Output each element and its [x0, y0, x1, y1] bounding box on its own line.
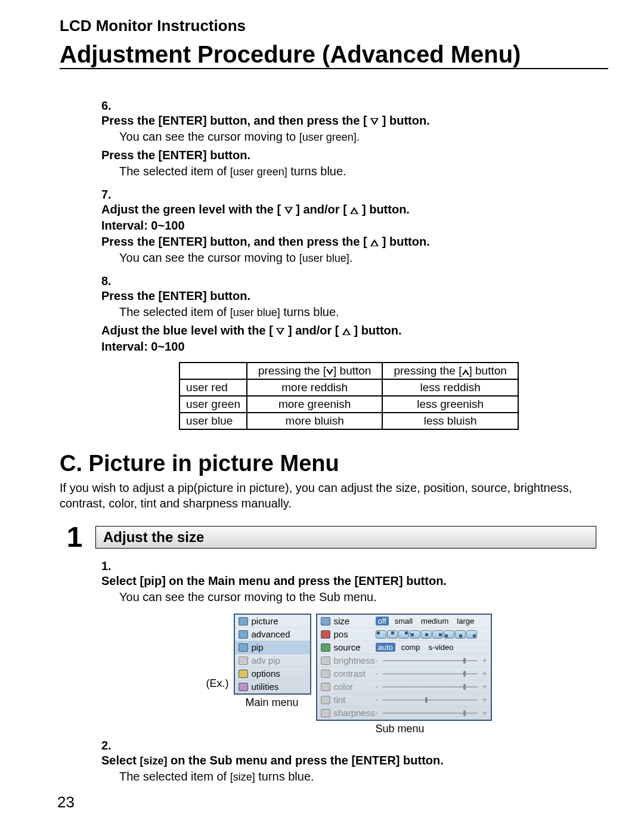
up-triangle-icon: [350, 207, 358, 214]
up-triangle-icon: [462, 369, 469, 375]
text: Select: [101, 754, 140, 767]
text: ] button: [333, 364, 371, 377]
big-number: 1: [60, 521, 89, 553]
pos-box-icon: [398, 630, 409, 639]
menu-label: color: [334, 682, 372, 692]
text: ] button.: [382, 114, 430, 127]
menu-label: advanced: [252, 629, 290, 639]
tint-icon: [321, 696, 330, 704]
section-c-desc: If you wish to adjust a pip(picture in p…: [60, 480, 596, 511]
text: Press the [ENTER] button, and then press…: [101, 235, 367, 248]
picture-icon: [239, 617, 248, 625]
slider: [383, 660, 478, 661]
menu-label: utilities: [252, 682, 279, 692]
step-number: 6.: [101, 99, 117, 113]
pos-icon: [321, 630, 330, 639]
cell: more bluish: [247, 413, 382, 429]
text-code: [user green]: [299, 131, 357, 143]
sub-step-2-bold: Select [size] on the Sub menu and press …: [101, 754, 444, 767]
slider: [383, 673, 478, 674]
table-row: user green more greenish less greenish: [179, 396, 518, 413]
opt-svideo: s-video: [426, 643, 456, 652]
text: You can see the cursor moving to: [119, 130, 299, 143]
sub-row-tint: tint -+: [317, 693, 491, 707]
text: pressing the [: [258, 364, 326, 377]
cell: more greenish: [247, 396, 382, 413]
menu-row-pip: pip: [235, 641, 310, 654]
sub-step-2-note: The selected item of [size] turns blue.: [101, 769, 578, 785]
cell: less reddish: [382, 379, 518, 396]
pos-box-icon: [444, 630, 454, 639]
menu-label: source: [334, 642, 372, 652]
contrast-icon: [321, 670, 330, 678]
text: ] button.: [354, 324, 402, 337]
cell: more reddish: [247, 379, 382, 396]
step-6: 6. Press the [ENTER] button, and then pr…: [101, 99, 596, 182]
sub-step-1: 1. Select [pip] on the Main menu and pre…: [101, 559, 596, 608]
text: .: [357, 130, 360, 143]
opt-auto: auto: [376, 643, 395, 652]
opt-large: large: [454, 617, 476, 625]
minus-icon: -: [376, 656, 378, 665]
step-7-line-1: Adjust the green level with the [ ] and/…: [101, 203, 410, 216]
sub-step-2: 2. Select [size] on the Sub menu and pre…: [101, 739, 596, 787]
text: ] button: [469, 364, 507, 377]
cell: user red: [179, 379, 247, 396]
main-menu-caption: Main menu: [234, 695, 299, 709]
text: The selected item of: [119, 770, 230, 783]
down-triangle-icon: [284, 207, 293, 214]
text: ] button.: [362, 203, 410, 216]
text: Adjust the green level with the [: [101, 203, 281, 216]
menu-label: sharpness: [334, 708, 372, 718]
brightness-icon: [321, 657, 330, 665]
sub-row-source: source auto comp s-video: [317, 641, 491, 654]
cell: user green: [179, 396, 247, 413]
down-triangle-icon: [370, 118, 379, 125]
text: You can see the cursor moving to: [119, 251, 299, 264]
slider: [383, 686, 478, 688]
menu-row-utilities: utilities: [235, 680, 310, 693]
slider-knob: [463, 710, 466, 716]
page-title: Adjustment Procedure (Advanced Menu): [60, 41, 608, 69]
position-grid: [376, 630, 477, 639]
step-8-note-1: The selected item of [user blue] turns b…: [101, 304, 578, 320]
text-code: [user blue]: [230, 306, 280, 318]
opt-small: small: [392, 617, 415, 625]
step-8-line-1: Press the [ENTER] button.: [101, 289, 250, 302]
text: turns blue.: [280, 305, 339, 318]
menu-label: tint: [334, 695, 372, 705]
menu-row-advanced: advanced: [235, 628, 310, 641]
opt-comp: comp: [399, 643, 423, 652]
step-7-note-1: You can see the cursor moving to [user b…: [101, 250, 578, 266]
text-code: [size]: [140, 755, 167, 767]
text-code: [user green]: [230, 166, 287, 178]
sharpness-icon: [321, 709, 330, 717]
sub-row-sharpness: sharpness -+: [317, 707, 491, 720]
text: on the Sub menu and press the [ENTER] bu…: [168, 754, 444, 767]
slider-knob: [463, 658, 466, 664]
menu-label: brightness: [334, 655, 372, 665]
text: turns blue.: [255, 770, 314, 783]
source-icon: [321, 643, 330, 652]
pos-box-icon: [466, 630, 477, 639]
step-number: 8.: [101, 274, 117, 288]
cell: less bluish: [382, 413, 518, 429]
minus-icon: -: [376, 695, 378, 704]
menu-label: adv pip: [252, 655, 280, 665]
doc-header: LCD Monitor Instructions: [60, 12, 608, 41]
opt-off: off: [376, 617, 389, 625]
sub-row-contrast: contrast -+: [317, 667, 491, 680]
step-number: 7.: [101, 188, 117, 202]
plus-icon: +: [482, 656, 487, 665]
menu-label: options: [252, 668, 280, 679]
minus-icon: -: [376, 669, 378, 678]
step-number: 1.: [101, 559, 117, 573]
table-header-down: pressing the [] button: [247, 363, 382, 379]
table-header-blank: [179, 363, 247, 379]
step-6-note-1: You can see the cursor moving to [user g…: [101, 129, 578, 145]
menu-example: (Ex.) picture advanced pip adv pip optio…: [101, 614, 596, 735]
table-row: user red more reddish less reddish: [179, 379, 518, 396]
step-8-interval: Interval: 0~100: [101, 339, 578, 355]
table-header-up: pressing the [] button: [382, 363, 518, 379]
section-c-title: C. Picture in picture Menu: [60, 451, 596, 476]
